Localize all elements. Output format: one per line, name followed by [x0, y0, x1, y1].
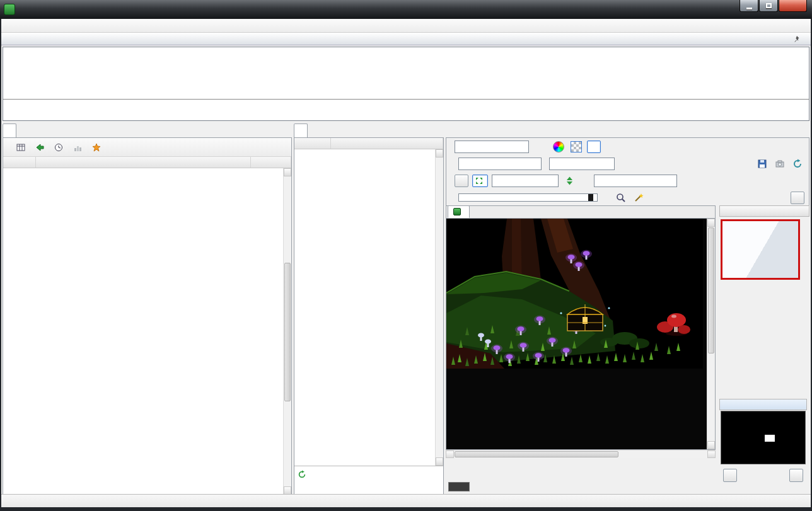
zoom-range-button[interactable] [614, 192, 628, 204]
callstack-refresh-icon[interactable] [298, 470, 306, 479]
zoom-percent-combo[interactable] [492, 175, 559, 187]
timeline-panel[interactable] [3, 47, 809, 121]
scroll-up-icon[interactable] [284, 168, 291, 176]
tab-api-calls[interactable] [294, 123, 308, 137]
bookmark-button[interactable] [90, 141, 103, 154]
refresh-icon [792, 159, 803, 169]
fit-button[interactable] [472, 175, 488, 187]
camera-icon [775, 159, 785, 169]
scroll-left-icon[interactable] [446, 451, 454, 458]
scroll-thumb[interactable] [284, 263, 291, 401]
gamma-button[interactable] [587, 141, 601, 153]
minimize-icon [746, 8, 752, 9]
scroll-thumb[interactable] [455, 451, 618, 457]
minimize-button[interactable] [740, 0, 758, 12]
fb0-thumbnail[interactable] [721, 219, 800, 280]
pixel-context-view[interactable] [721, 411, 806, 464]
overlay-dropdown[interactable] [594, 175, 677, 187]
texture-horizontal-scrollbar[interactable] [446, 450, 716, 458]
magnifier-icon [616, 193, 626, 203]
chart-icon [73, 143, 82, 152]
api-calls-panel [294, 123, 444, 495]
time-draws-button[interactable] [52, 141, 65, 154]
snapshot-button[interactable] [773, 158, 787, 170]
maximize-button[interactable] [759, 0, 778, 12]
close-button[interactable] [779, 0, 807, 12]
save-texture-button[interactable] [755, 158, 769, 170]
toolbar-overflow-button[interactable] [791, 192, 804, 204]
browse-events-button[interactable] [14, 141, 27, 154]
mip-dropdown[interactable] [458, 158, 542, 170]
tab-event-browser[interactable] [3, 123, 16, 137]
scroll-up-icon[interactable] [707, 219, 715, 227]
pixel-context-highlight [765, 435, 775, 442]
range-slider[interactable] [458, 193, 598, 202]
checkerboard-icon [571, 141, 582, 152]
channels-dropdown[interactable] [455, 141, 529, 153]
wand-icon [634, 193, 644, 203]
pin-icon[interactable] [793, 35, 801, 43]
tab-unbound-texture[interactable] [448, 205, 470, 218]
clock-icon [54, 143, 63, 152]
maximize-icon [766, 3, 772, 8]
background-checker-button[interactable] [569, 141, 583, 153]
menubar [1, 19, 811, 33]
texture-sidebar [719, 205, 809, 495]
titlebar[interactable] [0, 0, 812, 19]
texture-image[interactable] [446, 219, 716, 450]
scroll-up-icon[interactable] [436, 149, 443, 158]
pixel-context-header [719, 399, 807, 410]
renderdoc-logo-icon [4, 4, 15, 15]
zoom-1to1-button[interactable] [455, 175, 468, 187]
statusbar [1, 494, 811, 507]
texture-tabstrip [446, 205, 716, 219]
texture-viewer-toolbar [446, 137, 809, 205]
event-tree [3, 168, 283, 495]
scroll-down-icon[interactable] [707, 441, 715, 449]
event-browser-scrollbar[interactable] [283, 168, 291, 495]
green-arrow-icon [35, 143, 44, 152]
grid-icon [16, 143, 25, 152]
updown-arrows-icon [566, 176, 573, 186]
range-slider-handle[interactable] [588, 194, 593, 201]
texture-vertical-scrollbar[interactable] [707, 219, 715, 449]
refresh-button[interactable] [791, 158, 804, 170]
statistics-button[interactable] [71, 141, 84, 154]
api-calls-column-headers[interactable] [294, 138, 443, 149]
scroll-thumb[interactable] [708, 227, 714, 353]
renderdoc-window [0, 0, 812, 511]
renderdoc-texture-icon [453, 208, 461, 215]
star-icon [92, 143, 101, 152]
callstack-section[interactable] [294, 466, 443, 495]
debug-button[interactable] [789, 469, 803, 482]
save-icon [757, 159, 767, 169]
event-browser-column-headers[interactable] [3, 157, 291, 168]
scene-render [446, 219, 706, 450]
timeline-resource-usage [3, 99, 809, 120]
flip-y-button[interactable] [562, 175, 576, 187]
outputs-header [719, 205, 809, 217]
api-calls-scrollbar[interactable] [435, 149, 443, 466]
event-browser-panel [3, 123, 292, 495]
jump-to-eid-button[interactable] [33, 141, 46, 154]
picked-color-swatch [448, 482, 470, 491]
scroll-right-icon[interactable] [707, 451, 716, 458]
event-browser-toolbar [3, 138, 291, 157]
colorwheel-button[interactable] [552, 141, 566, 153]
colorwheel-icon [553, 141, 564, 152]
autofit-range-button[interactable] [632, 192, 646, 204]
fit-icon [475, 177, 483, 185]
texture-viewer-panel [446, 123, 809, 495]
scroll-down-icon[interactable] [436, 457, 443, 466]
sliceface-dropdown[interactable] [549, 158, 615, 170]
history-button[interactable] [723, 469, 737, 482]
timeline-dock-header[interactable] [1, 33, 811, 45]
